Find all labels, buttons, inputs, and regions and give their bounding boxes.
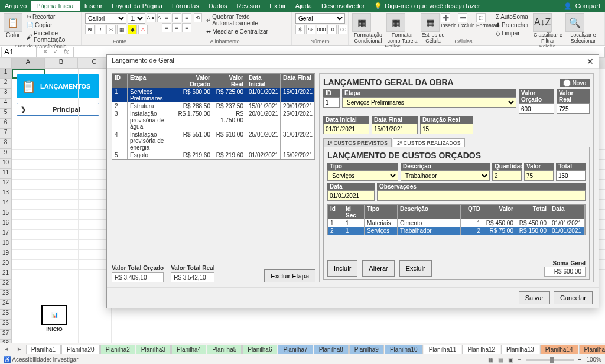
- sheet-tab[interactable]: Planilha6: [242, 344, 277, 354]
- tabs-nav-next-icon[interactable]: ►: [13, 346, 26, 352]
- copy-button[interactable]: 📄 Copiar: [25, 21, 77, 29]
- menu-revisão[interactable]: Revisão: [232, 1, 265, 11]
- quantidade-field[interactable]: [492, 170, 522, 181]
- sheet-tab[interactable]: Planilha5: [207, 344, 242, 354]
- bold-button[interactable]: N: [85, 25, 95, 34]
- total-field[interactable]: [556, 170, 586, 181]
- zoom-in-icon[interactable]: +: [578, 356, 582, 363]
- cond-format-icon[interactable]: ▦: [352, 13, 371, 32]
- format-painter-button[interactable]: 🖌 Pincel de Formatação: [25, 30, 77, 44]
- tab-custos-previstos[interactable]: 1º CUSTOS PREVISTOS: [323, 138, 392, 147]
- fx-icon[interactable]: fx: [61, 48, 71, 56]
- fill-button[interactable]: ⬇ Preencher: [494, 21, 531, 29]
- zoom-out-icon[interactable]: −: [518, 356, 522, 363]
- table-row[interactable]: 4Instalação provisória de energiaR$ 551,…: [112, 131, 315, 151]
- menu-ajuda[interactable]: Ajuda: [291, 1, 317, 11]
- sheet-tab[interactable]: Planilha7: [278, 344, 313, 354]
- sort-filter-icon[interactable]: A↓Z: [533, 13, 552, 32]
- menu-fórmulas[interactable]: Fórmulas: [167, 1, 204, 11]
- tell-me[interactable]: 💡 Diga-me o que você deseja fazer: [374, 2, 480, 10]
- cancel-fx-icon[interactable]: ✕: [40, 48, 50, 56]
- menu-inserir[interactable]: Inserir: [80, 1, 108, 11]
- excluir-etapa-button[interactable]: Excluir Etapa: [264, 269, 315, 282]
- valor-field[interactable]: [524, 170, 554, 181]
- lancamentos-button[interactable]: 📋 LANÇAMENTOS: [17, 74, 99, 98]
- observacoes-field[interactable]: [377, 190, 586, 201]
- sheet-tab[interactable]: Planilha2: [100, 344, 135, 354]
- find-select-icon[interactable]: 🔍: [565, 13, 584, 32]
- menu-layout-da-página[interactable]: Layout da Página: [107, 1, 167, 11]
- salvar-button[interactable]: Salvar: [519, 291, 550, 304]
- sheet-tab[interactable]: Planilha1: [26, 344, 61, 354]
- sheet-tab[interactable]: Planilha15: [579, 344, 605, 354]
- clear-button[interactable]: ◇ Limpar: [494, 30, 531, 37]
- sheet-tab[interactable]: Planilha12: [462, 344, 500, 354]
- tab-custos-realizados[interactable]: 2º CUSTOS REALIZADOS: [393, 138, 465, 147]
- close-icon[interactable]: ✕: [587, 57, 594, 66]
- italic-button[interactable]: I: [96, 25, 105, 34]
- table-row[interactable]: 21ServiçosTrabalhador2R$ 75,00R$ 150,000…: [328, 227, 585, 235]
- percent-button[interactable]: %: [306, 25, 315, 34]
- zoom-slider[interactable]: [526, 359, 574, 361]
- custos-grid[interactable]: Id Id Sec Tipo Descrição QTD Valor Total…: [327, 204, 586, 235]
- sheet-tab[interactable]: Planilha20: [61, 344, 100, 354]
- format-cells-icon[interactable]: ⬚: [476, 13, 486, 22]
- alterar-button[interactable]: Alterar: [362, 260, 394, 277]
- font-name-select[interactable]: Calibri: [85, 13, 126, 24]
- format-table-icon[interactable]: ▦: [386, 13, 405, 32]
- data-field[interactable]: [327, 190, 375, 201]
- sheet-tab[interactable]: Planilha11: [424, 344, 462, 354]
- orientation-button[interactable]: ⟲: [194, 13, 202, 22]
- dec-decimal-button[interactable]: .00: [338, 25, 347, 34]
- currency-button[interactable]: $: [295, 25, 305, 34]
- sheet-tab[interactable]: Planilha14: [540, 344, 578, 354]
- border-button[interactable]: ▦: [117, 25, 126, 34]
- paste-icon[interactable]: 📋: [4, 13, 22, 32]
- id-field[interactable]: [323, 97, 340, 108]
- underline-button[interactable]: S: [106, 25, 116, 34]
- cancelar-button[interactable]: Cancelar: [554, 291, 593, 304]
- data-inicial-field[interactable]: [323, 124, 369, 134]
- select-all-corner[interactable]: [0, 58, 12, 69]
- principal-button[interactable]: ❯ Principal: [17, 103, 99, 116]
- sheet-tab[interactable]: Planilha4: [171, 344, 206, 354]
- table-row[interactable]: 11MateriaisCimento1R$ 450,00R$ 450,0001/…: [328, 219, 585, 227]
- menu-dados[interactable]: Dados: [204, 1, 232, 11]
- sheet-tab[interactable]: Planilha13: [501, 344, 539, 354]
- row-headers[interactable]: 1234567891011121314151617181920212223242…: [0, 69, 12, 344]
- menu-exibir[interactable]: Exibir: [265, 1, 291, 11]
- accessibility-status[interactable]: ♿ Acessibilidade: investigar: [4, 356, 79, 363]
- view-layout-icon[interactable]: ▤: [498, 356, 503, 363]
- wrap-text-button[interactable]: ↵ Quebrar Texto Automaticamente: [204, 13, 288, 27]
- table-row[interactable]: 1Serviços PreliminaresR$ 600,00R$ 725,00…: [112, 88, 315, 102]
- inc-decimal-button[interactable]: .0: [327, 25, 337, 34]
- zoom-level[interactable]: 100%: [586, 356, 601, 363]
- menu-desenvolvedor[interactable]: Desenvolvedor: [317, 1, 369, 11]
- table-row[interactable]: 5EsgotoR$ 219,60R$ 219,6001/02/202115/02…: [112, 151, 315, 159]
- duracao-real-field[interactable]: [420, 124, 473, 134]
- name-box[interactable]: [1, 47, 37, 57]
- sheet-tab[interactable]: Planilha3: [136, 344, 171, 354]
- fill-color-button[interactable]: ◆: [128, 25, 137, 34]
- menu-página-inicial[interactable]: Página Inicial: [31, 1, 79, 11]
- insert-cells-icon[interactable]: ➕: [441, 13, 450, 22]
- etapa-select[interactable]: Serviços Preliminares: [342, 97, 516, 108]
- valor-real-field[interactable]: [557, 103, 590, 114]
- etapas-grid[interactable]: ID Etapa Valor Orçado Valor Real Data In…: [112, 73, 315, 160]
- data-final-field[interactable]: [372, 124, 418, 134]
- comma-button[interactable]: 000: [317, 25, 326, 34]
- paste-label[interactable]: Colar: [4, 32, 22, 38]
- valor-orcado-field[interactable]: [519, 103, 554, 114]
- novo-checkbox[interactable]: Novo: [560, 79, 590, 87]
- descricao-select[interactable]: Trabalhador: [401, 170, 490, 181]
- font-color-button[interactable]: A: [138, 25, 148, 34]
- increase-font-icon[interactable]: A▲: [147, 13, 156, 22]
- align-grid[interactable]: ≡≡≡≡≡≡: [162, 13, 191, 32]
- font-size-select[interactable]: 11: [128, 13, 145, 24]
- delete-cells-icon[interactable]: ➖: [458, 13, 467, 22]
- tipo-select[interactable]: Serviços: [327, 170, 398, 181]
- user-icon[interactable]: 👤: [564, 2, 572, 10]
- tabs-nav-prev-icon[interactable]: ◄: [0, 346, 13, 352]
- cut-button[interactable]: ✂ Recortar: [25, 13, 77, 21]
- merge-center-button[interactable]: ⬌ Mesclar e Centralizar: [204, 28, 288, 35]
